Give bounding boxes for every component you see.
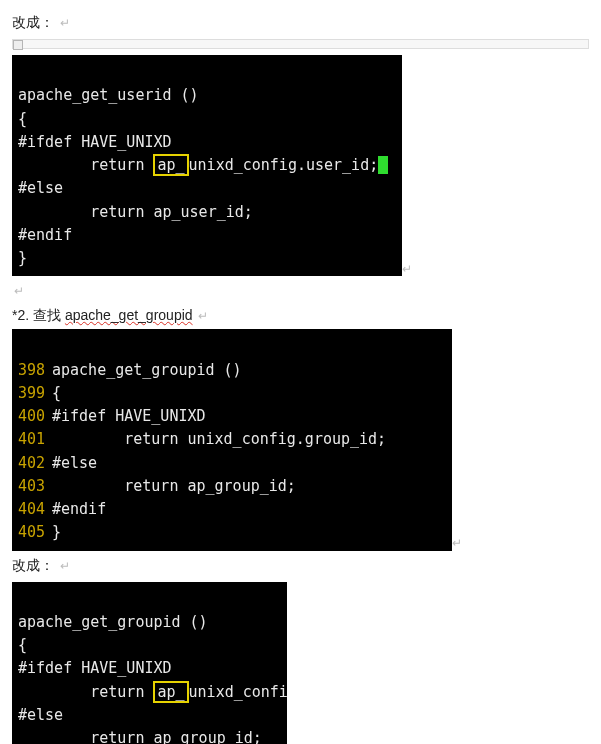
function-name: apache_get_groupid [65, 307, 193, 323]
code-line: return ap_user_id; [18, 203, 253, 221]
code-line: #endif [18, 226, 72, 244]
code-image-row-3: apache_get_groupid () { #ifdef HAVE_UNIX… [12, 582, 589, 745]
empty-paragraph: ↵ [12, 280, 589, 301]
paragraph-mark: ↵ [14, 284, 24, 298]
code-line: apache_get_groupid () [52, 361, 242, 379]
code-block-groupid-modified: apache_get_groupid () { #ifdef HAVE_UNIX… [12, 582, 287, 745]
code-line: } [18, 249, 27, 267]
code-line: return ap_group_id; [52, 477, 296, 495]
line-number: 405 [18, 521, 52, 544]
step-label: 查找 [33, 307, 65, 323]
paragraph-mark: ↵ [402, 262, 412, 276]
code-line: #else [18, 179, 63, 197]
code-line: { [52, 384, 61, 402]
terminal-cursor [378, 156, 388, 174]
code-line: #else [18, 706, 63, 724]
indent-ruler [12, 39, 589, 49]
code-line: { [18, 110, 27, 128]
line-number: 398 [18, 359, 52, 382]
code-line-pre: return [18, 683, 153, 701]
code-line-post: unixd_config.user_id; [189, 156, 379, 174]
paragraph-mark: ↵ [452, 537, 462, 551]
code-line: apache_get_groupid () [18, 613, 208, 631]
code-line: } [52, 523, 61, 541]
paragraph-change-to-2: 改成： ↵ [12, 555, 589, 576]
code-line: #ifdef HAVE_UNIXD [52, 407, 206, 425]
step-prefix: *2. [12, 307, 29, 323]
paragraph-mark: ↵ [198, 309, 208, 323]
code-line: return unixd_config.group_id; [52, 430, 386, 448]
code-line: return ap_group_id; [18, 729, 262, 744]
paragraph-mark: ↵ [60, 559, 70, 573]
code-line: #endif [52, 500, 106, 518]
line-number: 400 [18, 405, 52, 428]
line-number: 404 [18, 498, 52, 521]
code-line-post: unixd_confi [189, 683, 288, 701]
code-line: #ifdef HAVE_UNIXD [18, 659, 172, 677]
code-block-userid-modified: apache_get_userid () { #ifdef HAVE_UNIXD… [12, 55, 402, 276]
code-image-row-2: 398apache_get_groupid () 399{ 400#ifdef … [12, 329, 589, 550]
line-number: 403 [18, 475, 52, 498]
highlight-box: ap_ [153, 681, 188, 703]
highlight-box: ap_ [153, 154, 188, 176]
code-line: #ifdef HAVE_UNIXD [18, 133, 172, 151]
code-line: apache_get_userid () [18, 86, 199, 104]
code-block-groupid-original: 398apache_get_groupid () 399{ 400#ifdef … [12, 329, 452, 550]
code-line: #else [52, 454, 97, 472]
code-image-row-1: apache_get_userid () { #ifdef HAVE_UNIXD… [12, 55, 589, 276]
paragraph-mark: ↵ [60, 16, 70, 30]
code-line-pre: return [18, 156, 153, 174]
paragraph-change-to-1: 改成： ↵ [12, 12, 589, 33]
code-line: { [18, 636, 27, 654]
line-number: 401 [18, 428, 52, 451]
line-number: 402 [18, 452, 52, 475]
text: 改成： [12, 14, 54, 30]
text: 改成： [12, 557, 54, 573]
line-number: 399 [18, 382, 52, 405]
step-2-line: *2. 查找 apache_get_groupid ↵ [12, 307, 589, 325]
